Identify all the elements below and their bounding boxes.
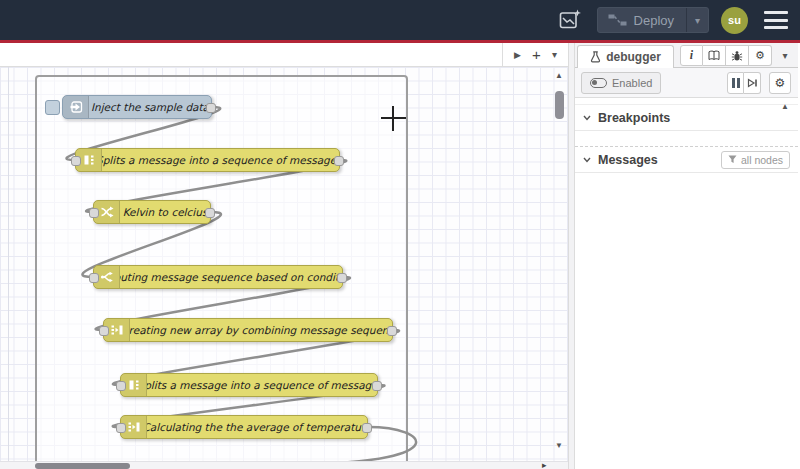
node-label: Inject the sample data [89,96,211,118]
node-label: Calculating the the average of temperatu… [147,416,367,438]
node-label: Splits a message into a sequence of mess… [102,149,339,171]
deploy-options-caret[interactable]: ▾ [686,8,708,32]
input-port[interactable] [116,423,126,433]
flow-node-split-2[interactable]: Splits a message into a sequence of mess… [120,373,378,397]
pause-icon [732,78,740,88]
canvas-horizontal-scrollbar[interactable]: ▸ [0,461,568,469]
output-port[interactable] [334,156,344,166]
palette-divider[interactable] [8,67,9,461]
user-avatar[interactable]: su [721,7,748,34]
message-filter-button[interactable]: all nodes [721,151,790,169]
enabled-label: Enabled [612,77,652,89]
node-label: Kelvin to celcius [120,201,210,223]
deploy-button[interactable]: Deploy ▾ [597,7,709,33]
chevron-down-icon [583,115,591,121]
pause-button[interactable] [727,72,744,94]
node-label: Splits a message into a sequence of mess… [147,374,377,396]
tab-debugger-label: debugger [606,50,661,64]
flow-node-join-1[interactable]: Creating new array by combining message … [103,318,393,342]
header-bar: Deploy ▾ su [0,0,800,40]
flow-chart-sparkle-icon [558,8,582,32]
menu-bar [764,26,788,29]
debug-messages-button[interactable] [726,45,749,66]
flow-node-inject[interactable]: Inject the sample data [62,95,212,119]
flow-tab-controls: ▶ + ▾ [502,43,568,66]
canvas-scroll-up-arrow[interactable]: ▲ [552,71,566,80]
output-port[interactable] [206,103,216,113]
chevron-down-icon [583,157,591,163]
help-button[interactable] [703,45,726,66]
menu-bar [764,11,788,14]
crosshair-cursor [392,106,394,131]
input-port[interactable] [89,273,99,283]
node-label: Routing message sequence based on condit… [120,266,342,288]
sidebar-resize-handle[interactable] [568,43,575,469]
book-icon [708,50,720,61]
breakpoints-empty-area [575,131,798,146]
output-port[interactable] [387,326,397,336]
flow-node-split-1[interactable]: Splits a message into a sequence of mess… [75,148,340,172]
sidebar: debugger i ⚙ ▾ [575,43,798,469]
debugger-toolbar: Enabled ⚙ [575,68,798,98]
canvas-scroll-right-arrow[interactable]: ▸ [542,460,547,469]
funnel-icon [728,155,737,164]
messages-title: Messages [598,153,658,167]
deploy-label: Deploy [634,13,674,28]
inject-icon [63,96,89,118]
deploy-main[interactable]: Deploy [598,13,686,28]
canvas-vertical-scrollbar-thumb[interactable] [555,91,564,119]
input-port[interactable] [116,381,126,391]
scroll-tabs-right-button[interactable]: ▶ [514,50,521,60]
flow-node-join-2[interactable]: Calculating the the average of temperatu… [120,415,368,439]
bug-icon [731,50,743,62]
messages-section-header[interactable]: Messages all nodes [575,146,798,173]
sidebar-tabs-dropdown[interactable]: ▾ [777,45,793,66]
debugger-settings-button[interactable]: ⚙ [769,72,791,94]
flow-node-switch[interactable]: Routing message sequence based on condit… [93,265,343,289]
canvas-scroll-down-arrow[interactable]: ▼ [552,441,566,450]
message-filter-label: all nodes [741,154,783,166]
flow-list-button[interactable]: ▾ [552,49,557,60]
debugger-enabled-toggle[interactable]: Enabled [581,72,661,94]
main-menu-button[interactable] [764,11,788,29]
step-icon [747,77,758,89]
input-port[interactable] [99,326,109,336]
workspace: ▶ + ▾ [0,43,568,469]
breakpoints-title: Breakpoints [598,111,670,125]
add-flow-button[interactable]: + [532,47,541,62]
settings-button[interactable]: ⚙ [749,45,772,66]
tab-debugger[interactable]: debugger [577,45,674,68]
output-port[interactable] [205,208,215,218]
step-button[interactable] [744,72,761,94]
output-port[interactable] [372,381,382,391]
inject-trigger-button[interactable] [45,100,60,115]
info-button[interactable]: i [680,45,703,66]
toggle-icon [590,78,607,88]
input-port[interactable] [89,208,99,218]
deploy-icon [608,14,627,26]
sidebar-scroll-up-arrow[interactable]: ▲ [781,102,789,111]
breakpoints-section-header[interactable]: Breakpoints [575,104,798,131]
canvas-horizontal-scrollbar-thumb[interactable] [35,463,130,469]
node-label: Creating new array by combining message … [130,319,392,341]
flow-canvas[interactable]: Inject the sample data Splits a message … [0,67,568,461]
sidebar-tab-bar: debugger i ⚙ ▾ [575,43,798,68]
flow-tab-bar: ▶ + ▾ [0,43,568,67]
output-port[interactable] [362,423,372,433]
input-port[interactable] [71,156,81,166]
debugger-step-controls [727,72,761,94]
output-port[interactable] [337,273,347,283]
flask-icon [590,51,601,63]
menu-bar [764,19,788,22]
flow-node-change[interactable]: Kelvin to celcius [93,200,211,224]
assistant-button[interactable] [555,5,585,35]
debugger-panel: ▲ Breakpoints Messages all nodes [575,98,798,469]
sidebar-icon-buttons: i ⚙ [680,45,772,66]
